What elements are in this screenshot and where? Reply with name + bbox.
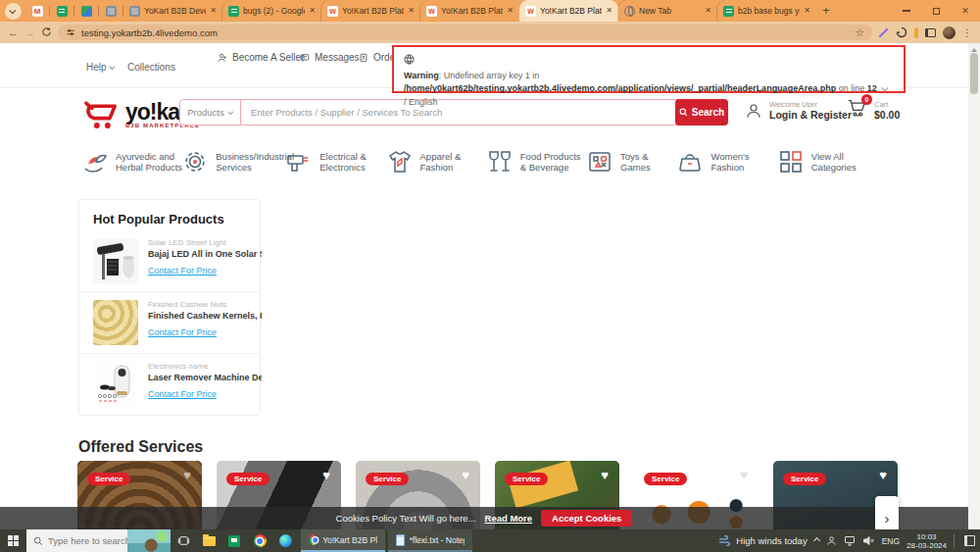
close-icon[interactable]: ✕ [507, 7, 514, 15]
maximize-button[interactable] [921, 0, 951, 22]
pinned-tab-sheets[interactable] [50, 0, 74, 22]
bookmark-icon[interactable]: ☆ [855, 27, 864, 38]
taskbar-window-notepad[interactable]: *flexi.txt - Notepad [388, 529, 472, 552]
edge-icon [279, 534, 292, 547]
category-toys[interactable]: Toys & Games [587, 149, 677, 175]
become-seller-link[interactable]: Become A Seller [218, 52, 304, 63]
pinned-tab-devtool[interactable] [99, 0, 122, 22]
tab-search-button[interactable] [5, 3, 22, 20]
task-view-button[interactable] [171, 529, 196, 552]
tray-expand-icon[interactable] [813, 537, 820, 544]
url-text[interactable]: testing.yokartb2b.4livedemo.com [81, 27, 849, 38]
loop-extension-icon[interactable] [896, 26, 907, 38]
category-apparel[interactable]: Apparel & Fashion [387, 149, 487, 175]
close-icon[interactable]: ✕ [408, 7, 415, 15]
scroll-up-arrow[interactable] [971, 45, 977, 52]
heart-icon[interactable]: ♥ [879, 469, 887, 481]
pen-extension-icon[interactable] [878, 27, 889, 38]
contact-for-price-link[interactable]: Contact For Price [148, 327, 217, 337]
read-more-link[interactable]: Read More [485, 513, 533, 524]
collections-link[interactable]: Collections [127, 62, 175, 73]
product-item[interactable]: Electronics name Laser Remover Machine D… [79, 353, 260, 415]
warning-message: : Undefined array key 1 in [439, 71, 540, 80]
minimize-button[interactable] [892, 0, 921, 22]
window-close-button[interactable]: ✕ [951, 0, 980, 22]
category-womens-fashion[interactable]: Women's Fashion [677, 149, 777, 175]
cookie-consent-bar: Cookies Policy Text Will go here... Read… [0, 507, 968, 529]
search-category-label: Products [187, 107, 224, 118]
browser-tab[interactable]: YoKart B2B Development | ✕ [123, 0, 222, 22]
orange-extension-icon[interactable] [914, 27, 918, 38]
close-icon[interactable]: ✕ [705, 7, 711, 15]
person-plus-icon [218, 53, 227, 63]
close-icon[interactable]: ✕ [804, 7, 810, 15]
category-label: View All Categories [811, 151, 878, 174]
help-menu[interactable]: Help [86, 62, 115, 73]
google-chat-button[interactable] [221, 529, 247, 552]
taskbar-window-yokart[interactable]: Yo!Kart B2B Platfor... [301, 529, 385, 552]
browser-toolbar: ← → testing.yokartb2b.4livedemo.com ☆ ⋮ [0, 22, 980, 43]
category-electronics[interactable]: Electrical & Electronics [286, 149, 386, 175]
weather-widget[interactable]: High winds today [718, 535, 807, 546]
forward-button[interactable]: → [24, 27, 35, 38]
heart-icon[interactable]: ♥ [462, 469, 469, 481]
close-icon[interactable]: ✕ [606, 7, 612, 15]
accept-cookies-button[interactable]: Accept Cookies [541, 510, 632, 527]
category-view-all[interactable]: View All Categories [778, 149, 878, 175]
edge-button[interactable] [272, 529, 298, 552]
pinned-tab-gmail[interactable]: M [25, 0, 49, 22]
reload-button[interactable] [41, 26, 52, 39]
browser-tab[interactable]: New Tab ✕ [618, 0, 717, 22]
messages-link[interactable]: Messages [300, 52, 360, 63]
service-badge: Service [226, 473, 270, 485]
network-icon[interactable] [844, 535, 856, 546]
product-image-laser-device [93, 362, 138, 407]
close-icon[interactable]: ✕ [309, 7, 316, 15]
language-label[interactable]: / English [404, 96, 894, 109]
warning-line: 12 [867, 83, 877, 93]
browser-tab[interactable]: w Yo!Kart B2B Platform | Yo... ✕ [321, 0, 420, 22]
browser-tab-active[interactable]: w Yo!Kart B2B Platform | Yo... ✕ [519, 0, 618, 22]
back-button[interactable]: ← [8, 27, 19, 38]
volume-muted-icon[interactable] [862, 535, 875, 546]
browser-tab[interactable]: bugs (2) - Google Sheets ✕ [222, 0, 321, 22]
heart-icon[interactable]: ♥ [322, 469, 330, 481]
taskbar-search-box[interactable] [26, 529, 171, 552]
profile-avatar[interactable] [943, 26, 956, 39]
category-food[interactable]: Food Products & Beverage [487, 149, 587, 175]
new-tab-button[interactable]: + [822, 1, 830, 21]
scrollbar-thumb[interactable] [970, 53, 978, 94]
heart-icon[interactable]: ♥ [183, 469, 191, 481]
contact-for-price-link[interactable]: Contact For Price [148, 389, 217, 399]
product-item[interactable]: Solar LED Street Light Bajaj LED All in … [79, 230, 260, 291]
action-center-icon[interactable] [964, 535, 975, 546]
browser-tab[interactable]: w Yo!Kart B2B Platform | Yo... ✕ [420, 0, 519, 22]
address-bar[interactable]: testing.yokartb2b.4livedemo.com ☆ [58, 25, 872, 40]
close-icon[interactable]: ✕ [210, 7, 217, 15]
carousel-next-button[interactable]: › [875, 496, 899, 529]
product-item[interactable]: Finished Cashew Nuts Finished Cashew Ker… [79, 291, 260, 353]
language-indicator[interactable]: ENG [882, 536, 900, 546]
category-industrial[interactable]: Business/Industrial Services [182, 149, 286, 175]
heart-icon[interactable]: ♥ [601, 469, 609, 481]
contact-for-price-link[interactable]: Contact For Price [148, 266, 217, 276]
search-category-dropdown[interactable]: Products [180, 100, 241, 125]
window-extension-icon[interactable] [925, 28, 936, 37]
category-ayurvedic[interactable]: Ayurvedic and Herbal Products [82, 149, 182, 175]
cart-amount: $0.00 [874, 109, 900, 121]
heart-icon[interactable]: ♥ [740, 469, 748, 481]
browser-menu-icon[interactable]: ⋮ [962, 27, 972, 38]
page-scrollbar[interactable] [968, 43, 980, 529]
browser-tab[interactable]: b2b base bugs yet to be p... ✕ [717, 0, 816, 22]
file-explorer-button[interactable] [196, 529, 221, 552]
start-button[interactable] [0, 529, 26, 552]
search-highlight-illustration[interactable] [127, 529, 171, 552]
pinned-tab-chat[interactable] [74, 0, 98, 22]
chrome-button[interactable] [247, 529, 272, 552]
taskbar-clock[interactable]: 10:03 28-03-2024 [906, 532, 947, 550]
system-tray: High winds today ENG 10:03 28-03-2024 [718, 529, 980, 552]
people-icon[interactable] [826, 535, 837, 546]
chevron-down-icon[interactable] [881, 84, 888, 91]
yokart-cart-icon [83, 98, 121, 131]
taskbar-search-input[interactable] [43, 535, 127, 546]
